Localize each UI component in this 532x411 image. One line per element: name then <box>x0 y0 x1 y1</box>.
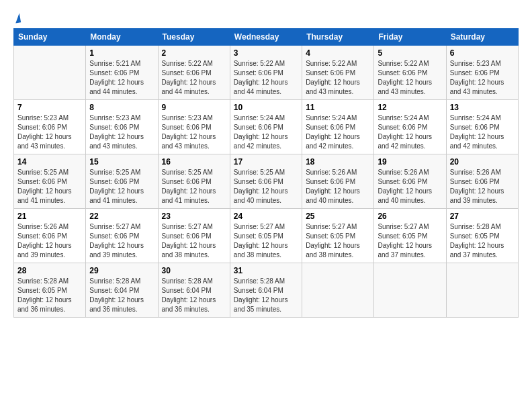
calendar-cell: 2Sunrise: 5:22 AM Sunset: 6:06 PM Daylig… <box>158 46 230 100</box>
day-info: Sunrise: 5:24 AM Sunset: 6:06 PM Dayligh… <box>306 113 370 151</box>
calendar-cell: 19Sunrise: 5:26 AM Sunset: 6:06 PM Dayli… <box>374 154 446 209</box>
calendar-cell: 6Sunrise: 5:23 AM Sunset: 6:06 PM Daylig… <box>446 46 518 100</box>
column-header-monday: Monday <box>86 29 158 46</box>
day-number: 22 <box>89 212 154 221</box>
day-number: 5 <box>378 48 442 58</box>
calendar-cell <box>374 263 446 318</box>
calendar-table: SundayMondayTuesdayWednesdayThursdayFrid… <box>13 28 519 318</box>
calendar-cell: 29Sunrise: 5:28 AM Sunset: 6:04 PM Dayli… <box>86 263 158 318</box>
day-info: Sunrise: 5:26 AM Sunset: 6:06 PM Dayligh… <box>17 222 82 260</box>
day-number: 12 <box>378 103 442 112</box>
calendar-cell: 21Sunrise: 5:26 AM Sunset: 6:06 PM Dayli… <box>14 209 86 263</box>
day-number: 6 <box>450 48 515 58</box>
calendar-cell: 17Sunrise: 5:25 AM Sunset: 6:06 PM Dayli… <box>230 154 302 209</box>
day-info: Sunrise: 5:27 AM Sunset: 6:06 PM Dayligh… <box>162 222 226 260</box>
day-info: Sunrise: 5:26 AM Sunset: 6:06 PM Dayligh… <box>450 168 515 205</box>
calendar-cell: 3Sunrise: 5:22 AM Sunset: 6:06 PM Daylig… <box>230 46 302 100</box>
day-info: Sunrise: 5:23 AM Sunset: 6:06 PM Dayligh… <box>450 59 515 97</box>
day-info: Sunrise: 5:28 AM Sunset: 6:05 PM Dayligh… <box>450 222 515 260</box>
calendar-cell <box>302 263 374 318</box>
day-number: 21 <box>17 212 82 221</box>
day-info: Sunrise: 5:26 AM Sunset: 6:06 PM Dayligh… <box>306 168 370 205</box>
day-number: 4 <box>306 48 370 58</box>
day-info: Sunrise: 5:24 AM Sunset: 6:06 PM Dayligh… <box>450 113 515 151</box>
day-number: 31 <box>234 266 298 275</box>
calendar-cell: 14Sunrise: 5:25 AM Sunset: 6:06 PM Dayli… <box>14 154 86 209</box>
calendar-cell: 10Sunrise: 5:24 AM Sunset: 6:06 PM Dayli… <box>230 100 302 154</box>
calendar-cell <box>446 263 518 318</box>
calendar-body: 1Sunrise: 5:21 AM Sunset: 6:06 PM Daylig… <box>14 46 519 318</box>
day-info: Sunrise: 5:25 AM Sunset: 6:06 PM Dayligh… <box>162 168 226 205</box>
day-number: 20 <box>450 157 515 167</box>
day-number: 19 <box>378 157 442 167</box>
calendar-cell: 24Sunrise: 5:27 AM Sunset: 6:05 PM Dayli… <box>230 209 302 263</box>
calendar-cell: 8Sunrise: 5:23 AM Sunset: 6:06 PM Daylig… <box>86 100 158 154</box>
day-number: 18 <box>306 157 370 167</box>
day-info: Sunrise: 5:25 AM Sunset: 6:06 PM Dayligh… <box>234 168 298 205</box>
calendar-week-row: 14Sunrise: 5:25 AM Sunset: 6:06 PM Dayli… <box>14 154 519 209</box>
day-number: 27 <box>450 212 515 221</box>
calendar-cell: 27Sunrise: 5:28 AM Sunset: 6:05 PM Dayli… <box>446 209 518 263</box>
calendar-cell: 16Sunrise: 5:25 AM Sunset: 6:06 PM Dayli… <box>158 154 230 209</box>
calendar-header-row: SundayMondayTuesdayWednesdayThursdayFrid… <box>14 29 519 46</box>
calendar-cell: 9Sunrise: 5:23 AM Sunset: 6:06 PM Daylig… <box>158 100 230 154</box>
column-header-saturday: Saturday <box>446 29 518 46</box>
day-info: Sunrise: 5:26 AM Sunset: 6:06 PM Dayligh… <box>378 168 442 205</box>
day-number: 7 <box>17 103 82 112</box>
day-info: Sunrise: 5:22 AM Sunset: 6:06 PM Dayligh… <box>378 59 442 97</box>
day-info: Sunrise: 5:27 AM Sunset: 6:05 PM Dayligh… <box>378 222 442 260</box>
logo <box>13 13 20 23</box>
calendar-cell: 20Sunrise: 5:26 AM Sunset: 6:06 PM Dayli… <box>446 154 518 209</box>
day-number: 3 <box>234 48 298 58</box>
calendar-cell: 22Sunrise: 5:27 AM Sunset: 6:06 PM Dayli… <box>86 209 158 263</box>
day-number: 2 <box>162 48 226 58</box>
day-info: Sunrise: 5:22 AM Sunset: 6:06 PM Dayligh… <box>162 59 226 97</box>
day-number: 13 <box>450 103 515 112</box>
day-info: Sunrise: 5:28 AM Sunset: 6:04 PM Dayligh… <box>89 277 154 314</box>
column-header-friday: Friday <box>374 29 446 46</box>
page-header <box>13 13 519 23</box>
calendar-cell: 26Sunrise: 5:27 AM Sunset: 6:05 PM Dayli… <box>374 209 446 263</box>
logo-bird-icon <box>14 13 21 23</box>
calendar-cell: 11Sunrise: 5:24 AM Sunset: 6:06 PM Dayli… <box>302 100 374 154</box>
day-number: 28 <box>17 266 82 275</box>
day-number: 14 <box>17 157 82 167</box>
day-info: Sunrise: 5:28 AM Sunset: 6:04 PM Dayligh… <box>234 277 298 314</box>
day-number: 23 <box>162 212 226 221</box>
calendar-cell: 5Sunrise: 5:22 AM Sunset: 6:06 PM Daylig… <box>374 46 446 100</box>
calendar-cell <box>14 46 86 100</box>
calendar-week-row: 28Sunrise: 5:28 AM Sunset: 6:05 PM Dayli… <box>14 263 519 318</box>
day-info: Sunrise: 5:24 AM Sunset: 6:06 PM Dayligh… <box>234 113 298 151</box>
calendar-cell: 28Sunrise: 5:28 AM Sunset: 6:05 PM Dayli… <box>14 263 86 318</box>
day-info: Sunrise: 5:23 AM Sunset: 6:06 PM Dayligh… <box>162 113 226 151</box>
day-info: Sunrise: 5:22 AM Sunset: 6:06 PM Dayligh… <box>234 59 298 97</box>
day-number: 17 <box>234 157 298 167</box>
calendar-cell: 23Sunrise: 5:27 AM Sunset: 6:06 PM Dayli… <box>158 209 230 263</box>
day-number: 11 <box>306 103 370 112</box>
day-number: 30 <box>162 266 226 275</box>
day-info: Sunrise: 5:23 AM Sunset: 6:06 PM Dayligh… <box>89 113 154 151</box>
day-number: 24 <box>234 212 298 221</box>
day-info: Sunrise: 5:22 AM Sunset: 6:06 PM Dayligh… <box>306 59 370 97</box>
column-header-wednesday: Wednesday <box>230 29 302 46</box>
day-number: 15 <box>89 157 154 167</box>
column-header-sunday: Sunday <box>14 29 86 46</box>
calendar-cell: 25Sunrise: 5:27 AM Sunset: 6:05 PM Dayli… <box>302 209 374 263</box>
day-number: 26 <box>378 212 442 221</box>
day-info: Sunrise: 5:25 AM Sunset: 6:06 PM Dayligh… <box>17 168 82 205</box>
day-number: 8 <box>89 103 154 112</box>
calendar-week-row: 1Sunrise: 5:21 AM Sunset: 6:06 PM Daylig… <box>14 46 519 100</box>
day-info: Sunrise: 5:27 AM Sunset: 6:06 PM Dayligh… <box>89 222 154 260</box>
day-number: 25 <box>306 212 370 221</box>
day-info: Sunrise: 5:27 AM Sunset: 6:05 PM Dayligh… <box>306 222 370 260</box>
day-info: Sunrise: 5:23 AM Sunset: 6:06 PM Dayligh… <box>17 113 82 151</box>
day-info: Sunrise: 5:28 AM Sunset: 6:05 PM Dayligh… <box>17 277 82 314</box>
day-number: 16 <box>162 157 226 167</box>
day-number: 1 <box>89 48 154 58</box>
day-info: Sunrise: 5:28 AM Sunset: 6:04 PM Dayligh… <box>162 277 226 314</box>
day-number: 9 <box>162 103 226 112</box>
calendar-cell: 12Sunrise: 5:24 AM Sunset: 6:06 PM Dayli… <box>374 100 446 154</box>
calendar-cell: 1Sunrise: 5:21 AM Sunset: 6:06 PM Daylig… <box>86 46 158 100</box>
day-info: Sunrise: 5:25 AM Sunset: 6:06 PM Dayligh… <box>89 168 154 205</box>
calendar-cell: 15Sunrise: 5:25 AM Sunset: 6:06 PM Dayli… <box>86 154 158 209</box>
